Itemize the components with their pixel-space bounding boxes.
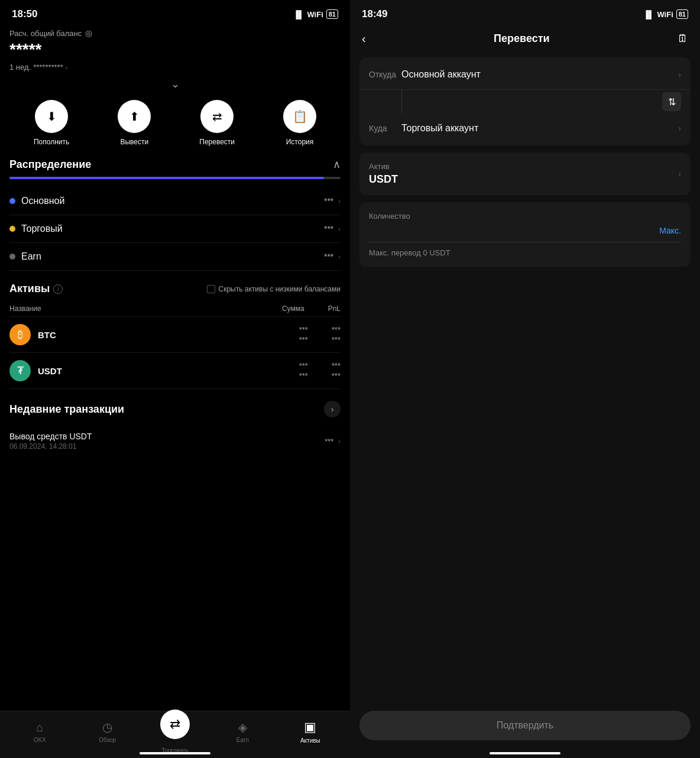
dist-main-chevron: › [338,197,341,205]
amount-input[interactable] [369,225,659,236]
distribution-title: Распределение [9,158,91,171]
asset-select-row[interactable]: Актив USDT › [359,153,691,195]
nav-earn[interactable]: ◈ Earn [209,720,276,743]
collapse-icon[interactable]: ∧ [333,158,341,171]
max-button[interactable]: Макс. [659,226,681,235]
info-icon[interactable]: i [53,284,63,294]
nav-okx[interactable]: ⌂ OKX [6,721,73,743]
home-icon: ⌂ [36,721,43,734]
status-icons-left: ▐▌ WiFi 81 [293,9,338,19]
transfer-button[interactable]: ⇄ Перевести [199,100,235,146]
dot-yellow [9,226,15,232]
dot-blue [9,198,15,204]
eye-slash-icon[interactable]: ◎ [85,28,92,38]
action-buttons: ⬇ Пополнить ⬆ Вывести ⇄ Перевести 📋 Исто… [9,100,341,146]
overview-icon: ◷ [102,720,112,734]
distribution-section: Распределение ∧ Основной *** › Т [9,158,341,271]
progress-bar [9,177,341,179]
assets-title: Активы [9,283,50,295]
history-button[interactable]: 📋 История [283,100,316,146]
time-left: 18:50 [12,8,37,20]
asset-chevron-icon: › [678,169,681,179]
status-bar-left: 18:50 ▐▌ WiFi 81 [0,0,350,24]
transfer-history-icon[interactable]: 🗓 [678,33,688,45]
wifi-icon-r: WiFi [657,10,673,19]
chevron-period-icon[interactable]: › [66,64,68,71]
right-screen: 18:49 ▐▌ WiFi 81 ‹ Перевести 🗓 Откуда Ос… [350,0,700,758]
history-icon: 📋 [283,100,316,133]
transfer-icon: ⇄ [200,100,234,133]
nav-trade[interactable]: ⇄ Торговать [141,710,209,754]
deposit-icon: ⬇ [35,100,68,133]
deposit-button[interactable]: ⬇ Пополнить [34,100,69,146]
distribution-trading[interactable]: Торговый *** › [9,215,341,243]
usdt-icon: ₮ [9,360,31,381]
wifi-icon: WiFi [307,10,323,19]
from-chevron-icon: › [678,70,681,79]
back-button[interactable]: ‹ [362,32,366,46]
earn-icon: ◈ [238,720,247,734]
home-indicator-left [140,752,210,754]
tx-chevron-icon: › [338,438,341,445]
swap-icon[interactable]: ⇅ [662,92,681,111]
dist-trading-chevron: › [338,225,341,232]
hide-low-checkbox[interactable] [207,285,215,293]
status-icons-right: ▐▌ WiFi 81 [643,9,688,19]
from-to-section: Откуда Основной аккаунт › ⇅ Куда Торговы… [359,57,691,145]
bottom-nav: ⌂ OKX ◷ Обзор ⇄ Торговать ◈ Earn ▣ Актив… [0,711,350,758]
status-bar-right: 18:49 ▐▌ WiFi 81 [350,0,700,24]
progress-fill [9,177,324,179]
amount-section: Количество Макс. Макс. перевод 0 USDT [359,202,691,267]
expand-row: ⌄ [9,77,341,90]
balance-period: 1 нед. ********** › [9,63,341,72]
time-right: 18:49 [362,8,387,20]
recent-transactions-header: Недавние транзакции › [9,401,341,417]
assets-icon: ▣ [304,720,316,735]
nav-overview[interactable]: ◷ Обзор [73,720,141,743]
from-row[interactable]: Откуда Основной аккаунт › [359,60,691,90]
withdraw-icon: ⬆ [118,100,151,133]
hide-low-balances[interactable]: Скрыть активы с низкими балансами [207,285,341,293]
balance-amount: ***** [9,40,341,59]
signal-icon: ▐▌ [293,10,304,19]
asset-select-section: Актив USDT › [359,153,691,195]
balance-label: Расч. общий баланс ◎ [9,28,341,38]
distribution-main[interactable]: Основной *** › [9,187,341,215]
dist-earn-chevron: › [338,253,341,260]
asset-usdt[interactable]: ₮ USDT *** *** *** *** [9,353,341,389]
home-indicator-right [490,752,560,754]
confirm-button[interactable]: Подтвердить [359,711,691,740]
nav-assets[interactable]: ▣ Активы [277,720,344,744]
tx-item[interactable]: Вывод средств USDT 06.09.2024, 14:28:01 … [9,426,341,456]
amount-input-row: Макс. [369,225,681,242]
distribution-earn[interactable]: Earn *** › [9,243,341,271]
divider [401,90,402,114]
expand-icon[interactable]: ⌄ [171,77,180,90]
max-transfer-label: Макс. перевод 0 USDT [369,248,681,257]
signal-icon-r: ▐▌ [643,10,654,19]
battery-left: 81 [326,9,338,19]
trade-icon: ⇄ [160,710,190,739]
left-screen: 18:50 ▐▌ WiFi 81 Расч. общий баланс ◎ **… [0,0,350,758]
asset-btc[interactable]: ₿ BTC *** *** *** *** [9,317,341,353]
confirm-button-container: Подтвердить [359,711,691,740]
battery-right: 81 [676,9,688,19]
to-chevron-icon: › [678,124,681,133]
dot-gray [9,254,15,260]
btc-icon: ₿ [9,324,31,345]
assets-columns: Название Сумма PnL [9,301,341,317]
withdraw-button[interactable]: ⬆ Вывести [118,100,151,146]
transfer-header: ‹ Перевести 🗓 [350,24,700,51]
to-row[interactable]: Куда Торговый аккаунт › [359,114,691,143]
assets-section-header: Активы i Скрыть активы с низкими баланса… [9,283,341,295]
recent-chevron-icon[interactable]: › [324,401,341,417]
